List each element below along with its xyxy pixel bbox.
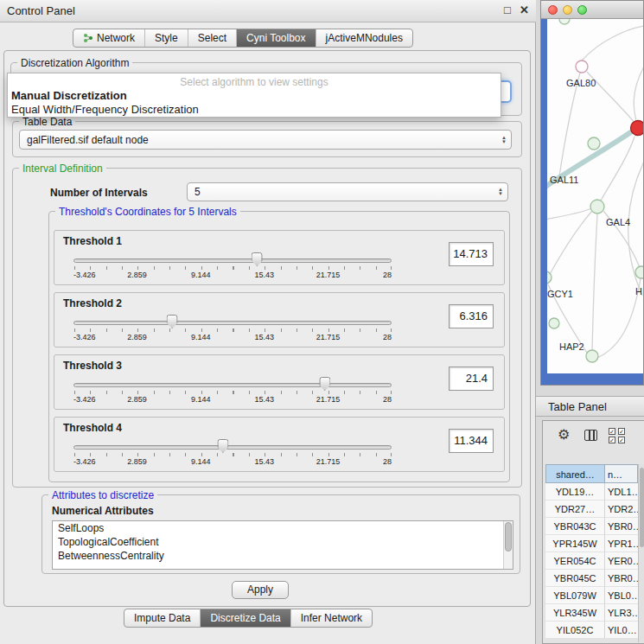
table-row[interactable]: YDR27…YDR2… [545,501,638,518]
tab-impute-data[interactable]: Impute Data [124,609,200,627]
slider-track[interactable] [73,383,392,387]
network-view-window: GAL80 GAL11 GAL4 GCY1 HAP2 H [540,0,644,386]
threshold-row-4: Threshold 4 -3.426 2.859 9.144 15.43 21.… [54,417,505,472]
combobox-stepper-icon: ▲▼ [498,183,503,201]
close-window-icon[interactable]: ✕ [520,3,529,16]
table-data-combobox[interactable]: galFiltered.sif default node ▲▼ [19,130,512,150]
node-label-gal80: GAL80 [566,78,596,88]
tab-infer-network[interactable]: Infer Network [290,609,372,627]
list-item[interactable]: TopologicalCoefficient [53,535,513,549]
slider-ticks [74,328,392,332]
tab-network[interactable]: Network [73,29,144,47]
table-scrollbar[interactable] [638,464,644,642]
attributes-group-title: Attributes to discretize [48,489,157,501]
node-label-hap2: HAP2 [559,341,584,352]
dropdown-option-equal-width-frequency[interactable]: Equal Width/Frequency Discretization [11,103,199,116]
control-panel-titlebar: Control Panel □ ✕ [0,0,536,22]
table-row[interactable]: YLR345WYLR3… [545,604,638,622]
threshold-1-value[interactable]: 14.713 [449,242,494,266]
table-row[interactable]: YBR045CYBR0… [545,570,638,587]
table-row[interactable]: YBL079WYBL0… [545,587,638,604]
slider-ticks [74,453,392,456]
slider-thumb[interactable] [167,315,178,328]
float-window-icon[interactable]: □ [504,3,511,16]
threshold-2-slider[interactable]: -3.426 2.859 9.144 15.43 21.715 28 [73,314,392,343]
table-row[interactable]: YDL19…YDL1… [545,483,638,501]
combobox-stepper-icon: ▲▼ [501,131,507,149]
threshold-2-value[interactable]: 6.316 [449,304,494,328]
close-traffic-light[interactable] [548,5,558,15]
tab-jactivemnodules[interactable]: jActiveMNodules [316,29,412,47]
apply-button[interactable]: Apply [232,581,289,599]
threshold-3-value[interactable]: 21.4 [449,367,494,391]
slider-scale: -3.426 2.859 9.144 15.43 21.715 28 [73,395,392,404]
slider-thumb[interactable] [217,439,228,453]
table-row[interactable]: YBR043CYBR0… [545,518,638,535]
column-header-name[interactable]: n… [604,464,638,483]
threshold-2-label: Threshold 2 [63,297,122,309]
list-item[interactable]: BetweennessCentrality [53,549,513,563]
table-row[interactable]: YIL052CYIL0… [545,622,638,639]
minimize-traffic-light[interactable] [563,5,572,15]
tab-discretize-data-label: Discretize Data [210,612,280,624]
threshold-row-3: Threshold 3 -3.426 2.859 9.144 15.43 21.… [54,354,505,410]
slider-thumb[interactable] [252,252,263,266]
network-canvas[interactable]: GAL80 GAL11 GAL4 GCY1 HAP2 H [547,19,644,373]
slider-ticks [74,266,392,270]
checkbox-icon: ✓ [618,437,625,443]
columns-icon[interactable] [584,430,597,441]
threshold-3-label: Threshold 3 [63,360,122,372]
scrollbar-thumb[interactable] [505,522,512,552]
threshold-row-1: Threshold 1 -3.426 2.859 9.144 15.43 21.… [54,230,505,285]
slider-track[interactable] [73,321,392,325]
table-row[interactable]: YER054CYER0… [545,552,638,570]
table-data-group-title: Table Data [19,116,75,128]
list-item[interactable]: SelfLoops [53,521,513,535]
column-header-shared-name[interactable]: shared… [545,464,605,483]
threshold-4-label: Threshold 4 [63,422,122,434]
tab-infer-network-label: Infer Network [301,612,362,624]
threshold-row-2: Threshold 2 -3.426 2.859 9.144 15.43 21.… [54,292,505,348]
network-node[interactable] [549,318,559,328]
threshold-4-slider[interactable]: -3.426 2.859 9.144 15.43 21.715 28 [73,438,392,468]
network-node-gal80[interactable] [576,61,588,73]
dropdown-option-manual-discretization[interactable]: Manual Discretization [11,89,127,102]
discretization-algorithm-group-title: Discretization Algorithm [17,57,132,69]
tab-style[interactable]: Style [144,29,188,47]
top-tab-bar: Network Style Select Cyni Toolbox jActiv… [73,29,413,48]
numerical-attributes-label: Numerical Attributes [52,505,154,517]
slider-track[interactable] [73,258,392,263]
threshold-1-slider[interactable]: -3.426 2.859 9.144 15.43 21.715 28 [73,252,392,281]
zoom-traffic-light[interactable] [577,5,587,15]
number-of-intervals-combobox[interactable]: 5 ▲▼ [187,182,508,201]
network-node-gal4[interactable] [590,200,604,214]
list-scrollbar[interactable] [503,521,513,569]
table-row[interactable]: YPR145WYPR1… [545,535,638,552]
gear-icon[interactable]: ⚙ [558,426,570,443]
selected-red-node[interactable] [631,121,644,136]
tab-jactivemnodules-label: jActiveMNodules [326,32,403,44]
slider-scale: -3.426 2.859 9.144 15.43 21.715 28 [73,271,392,279]
network-node-gal11[interactable] [588,137,600,150]
bottom-tab-bar: Impute Data Discretize Data Infer Networ… [124,609,373,628]
tab-discretize-data[interactable]: Discretize Data [200,609,290,627]
window-title: Control Panel [7,4,75,17]
slider-track[interactable] [73,445,392,450]
threshold-4-value[interactable]: 11.344 [449,429,494,453]
network-node[interactable] [559,19,570,24]
number-of-intervals-label: Number of Intervals [50,187,148,199]
tab-style-label: Style [155,32,178,44]
tab-cyni-toolbox[interactable]: Cyni Toolbox [236,29,315,47]
checkbox-icon: ✓ [609,437,615,443]
numerical-attributes-list: SelfLoops TopologicalCoefficient Between… [52,520,513,570]
table-panel-header[interactable]: Table Panel [536,396,644,417]
number-of-intervals-value: 5 [194,186,201,198]
row-selection-icons[interactable]: ✓ ✓ ✓ ✓ [609,428,626,443]
scrollbar-thumb[interactable] [640,468,644,547]
tab-select[interactable]: Select [188,29,236,47]
network-node-hap2[interactable] [586,350,598,362]
threshold-3-slider[interactable]: -3.426 2.859 9.144 15.43 21.715 28 [73,376,392,405]
network-node[interactable] [635,266,644,278]
slider-thumb[interactable] [319,377,330,391]
tab-select-label: Select [198,32,226,44]
